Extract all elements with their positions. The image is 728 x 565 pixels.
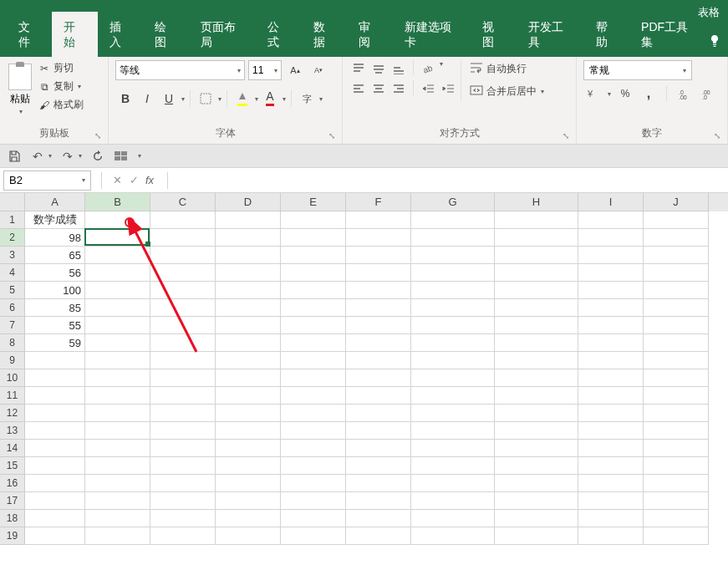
cell-F7[interactable] <box>346 317 411 334</box>
cell-I8[interactable] <box>578 334 644 352</box>
cell-H8[interactable] <box>495 334 578 352</box>
cell-A4[interactable]: 56 <box>25 264 85 282</box>
undo-caret-icon[interactable]: ▾ <box>48 152 52 160</box>
cell-F15[interactable] <box>346 457 411 475</box>
cell-G18[interactable] <box>411 510 495 527</box>
merge-caret-icon[interactable]: ▾ <box>541 88 544 95</box>
cell-B9[interactable] <box>85 352 150 369</box>
cell-F3[interactable] <box>346 247 411 264</box>
cell-D11[interactable] <box>216 387 281 405</box>
confirm-formula-button[interactable]: ✓ <box>125 172 142 189</box>
cell-I12[interactable] <box>578 405 644 422</box>
cell-F12[interactable] <box>346 405 411 422</box>
cell-D1[interactable] <box>216 211 281 229</box>
cell-F18[interactable] <box>346 510 411 527</box>
row-header-15[interactable]: 15 <box>0 457 25 475</box>
cell-I7[interactable] <box>578 317 644 334</box>
cell-I10[interactable] <box>578 369 644 387</box>
tab-file[interactable]: 文件 <box>7 12 52 57</box>
cell-E10[interactable] <box>281 369 346 387</box>
cell-J17[interactable] <box>644 492 709 510</box>
cell-B3[interactable] <box>85 247 150 264</box>
cell-D14[interactable] <box>216 440 281 457</box>
save-button[interactable] <box>7 149 22 164</box>
cell-F13[interactable] <box>346 422 411 440</box>
cell-I3[interactable] <box>578 247 644 264</box>
cell-H16[interactable] <box>495 475 578 492</box>
tab-home[interactable]: 开始 <box>52 12 97 57</box>
format-painter-button[interactable]: 🖌 格式刷 <box>37 97 85 113</box>
column-header-C[interactable]: C <box>150 193 216 211</box>
copy-button[interactable]: ⧉ 复制 ▾ <box>37 79 85 94</box>
cell-D12[interactable] <box>216 405 281 422</box>
cell-G14[interactable] <box>411 440 495 457</box>
cell-J1[interactable] <box>644 211 709 229</box>
cell-I9[interactable] <box>578 352 644 369</box>
cell-A18[interactable] <box>25 510 85 527</box>
fill-color-caret-icon[interactable]: ▾ <box>255 95 258 103</box>
cell-I13[interactable] <box>578 422 644 440</box>
cell-B10[interactable] <box>85 369 150 387</box>
cell-E13[interactable] <box>281 422 346 440</box>
cell-G1[interactable] <box>411 211 495 229</box>
cell-D2[interactable] <box>216 229 281 247</box>
orientation-button[interactable]: ab <box>419 60 437 77</box>
cell-B5[interactable] <box>85 282 150 299</box>
cell-C6[interactable] <box>150 299 216 317</box>
cell-I11[interactable] <box>578 387 644 405</box>
cell-E19[interactable] <box>281 527 346 545</box>
tab-draw[interactable]: 绘图 <box>143 12 188 57</box>
cell-C8[interactable] <box>150 334 216 352</box>
align-bottom-button[interactable] <box>389 60 408 77</box>
cell-F1[interactable] <box>346 211 411 229</box>
cell-B7[interactable] <box>85 317 150 334</box>
cell-B19[interactable] <box>85 527 150 545</box>
cell-H1[interactable] <box>495 211 578 229</box>
select-all-button[interactable] <box>114 149 129 164</box>
cell-G9[interactable] <box>411 352 495 369</box>
row-header-13[interactable]: 13 <box>0 422 25 440</box>
cell-A9[interactable] <box>25 352 85 369</box>
cell-G3[interactable] <box>411 247 495 264</box>
column-header-J[interactable]: J <box>644 193 709 211</box>
cell-C10[interactable] <box>150 369 216 387</box>
cell-B1[interactable] <box>85 211 150 229</box>
border-button[interactable] <box>196 89 216 109</box>
decrease-indent-button[interactable] <box>419 80 437 97</box>
cell-E15[interactable] <box>281 457 346 475</box>
cell-A15[interactable] <box>25 457 85 475</box>
cell-F6[interactable] <box>346 299 411 317</box>
row-header-2[interactable]: 2 <box>0 229 25 247</box>
cell-H6[interactable] <box>495 299 578 317</box>
row-header-5[interactable]: 5 <box>0 282 25 299</box>
cell-D5[interactable] <box>216 282 281 299</box>
cell-A10[interactable] <box>25 369 85 387</box>
select-all-corner[interactable] <box>0 193 25 211</box>
cell-G5[interactable] <box>411 282 495 299</box>
cell-E8[interactable] <box>281 334 346 352</box>
cell-J13[interactable] <box>644 422 709 440</box>
cell-H7[interactable] <box>495 317 578 334</box>
cell-E2[interactable] <box>281 229 346 247</box>
cell-C5[interactable] <box>150 282 216 299</box>
cell-A6[interactable]: 85 <box>25 299 85 317</box>
cell-J7[interactable] <box>644 317 709 334</box>
cell-I4[interactable] <box>578 264 644 282</box>
cell-H12[interactable] <box>495 405 578 422</box>
cell-D16[interactable] <box>216 475 281 492</box>
cell-H5[interactable] <box>495 282 578 299</box>
phonetic-button[interactable]: 字 <box>297 89 317 109</box>
cell-F9[interactable] <box>346 352 411 369</box>
cell-I17[interactable] <box>578 492 644 510</box>
cell-I5[interactable] <box>578 282 644 299</box>
cell-I14[interactable] <box>578 440 644 457</box>
cell-I18[interactable] <box>578 510 644 527</box>
cell-J11[interactable] <box>644 387 709 405</box>
cell-C9[interactable] <box>150 352 216 369</box>
cell-A3[interactable]: 65 <box>25 247 85 264</box>
formula-input[interactable] <box>175 171 728 191</box>
column-header-E[interactable]: E <box>281 193 346 211</box>
cell-E12[interactable] <box>281 405 346 422</box>
cell-C2[interactable] <box>150 229 216 247</box>
redo-caret-icon[interactable]: ▾ <box>79 152 82 160</box>
